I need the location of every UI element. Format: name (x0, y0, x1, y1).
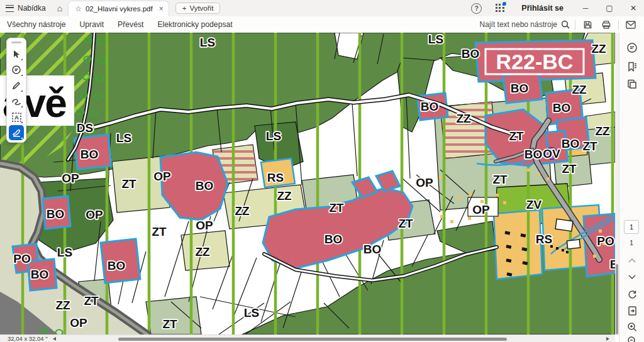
zone-label: OV (543, 147, 560, 160)
previous-page-button[interactable] (625, 253, 640, 268)
zoom-out-button[interactable] (625, 333, 640, 342)
next-page-button[interactable] (625, 269, 640, 284)
comments-panel-button[interactable] (625, 40, 640, 55)
menu-edit[interactable]: Upravit (73, 20, 111, 29)
help-icon: ? (471, 3, 482, 14)
bookmarks-icon (626, 61, 638, 72)
edit-tool-button[interactable] (9, 78, 24, 93)
zone-label: RS (536, 233, 552, 246)
draw-tool-button[interactable] (9, 94, 24, 109)
page-number-input[interactable]: 1 (624, 220, 639, 234)
find-search[interactable]: Najít text nebo nástroje (480, 20, 570, 29)
menu-convert[interactable]: Převést (111, 20, 150, 29)
plus-icon: + (182, 4, 187, 12)
create-button[interactable]: + Vytvořit (175, 3, 221, 14)
r22-bc-label: R22-BC (486, 49, 584, 74)
zone-label: ZT (84, 294, 99, 307)
zone-label: ZZ (595, 124, 610, 138)
home-icon: ⌂ (57, 3, 62, 13)
notification-dot (502, 2, 506, 6)
share-button[interactable] (624, 19, 638, 30)
fill-sign-tool-button[interactable] (9, 125, 24, 140)
menu-button[interactable]: Nabídka (0, 0, 52, 16)
zone-label: ZZ (55, 299, 70, 312)
zone-label: BO (80, 148, 99, 161)
zoom-in-icon (627, 322, 638, 333)
find-label: Najít text nebo nástroje (480, 20, 557, 29)
apps-grid-icon (496, 4, 504, 13)
title-bar-right: ? Přihlásit se ─ ▢ ✕ (465, 0, 644, 16)
zone-label: BO (31, 268, 49, 281)
zone-label: OP (86, 208, 103, 221)
star-icon[interactable]: ☆ (75, 4, 82, 13)
zone-label: ZT (582, 140, 597, 153)
zone-label: ZT (509, 130, 524, 143)
zone-label: ZZ (277, 189, 292, 202)
select-tool-button[interactable] (9, 47, 24, 62)
page-down-icon (628, 274, 636, 280)
divider (618, 20, 619, 30)
minimize-button[interactable]: ─ (575, 0, 596, 16)
print-button[interactable] (599, 19, 613, 30)
menu-esign[interactable]: Elektronicky podepsat (150, 20, 239, 29)
page-dimensions-label: 32,04 x 32,04 " (8, 335, 48, 342)
zone-label: BO (553, 101, 571, 114)
save-icon (583, 20, 592, 30)
menu-label: Nabídka (18, 4, 46, 13)
zoning-map[interactable]: avě R22-BC LSLSZZBOBOZZBOBOZZDSLSLSZTBOB… (0, 33, 615, 334)
help-button[interactable]: ? (465, 0, 487, 16)
mail-icon (626, 21, 636, 29)
window-close-button[interactable]: ✕ (623, 0, 644, 16)
document-tab[interactable]: ☆ 02_Hlavni vykres.pdf × (68, 1, 169, 17)
scroll-right-arrow[interactable] (606, 337, 609, 341)
signin-button[interactable]: Přihlásit se (513, 4, 572, 13)
vertical-scrollbar-thumb[interactable] (616, 264, 618, 334)
page-up-icon (628, 258, 636, 263)
scroll-left-arrow[interactable] (53, 337, 56, 341)
zone-label: BO (108, 259, 126, 272)
zone-label: ZT (492, 173, 508, 186)
bookmarks-panel-button[interactable] (625, 59, 640, 74)
menu-all-tools[interactable]: Všechny nástroje (0, 20, 73, 29)
horizontal-scrollbar-thumb[interactable] (118, 338, 507, 341)
comment-tool-button[interactable] (9, 62, 24, 77)
home-button[interactable]: ⌂ (52, 0, 68, 16)
zone-label: ZZ (572, 83, 587, 96)
zone-label: BO (525, 148, 543, 161)
zone-label: BO (47, 207, 65, 221)
zone-label: DS (77, 121, 93, 135)
pdf-page-canvas[interactable]: avě R22-BC LSLSZZBOBOZZBOBOZZDSLSLSZTBOB… (0, 33, 615, 334)
zone-label: ZT (562, 162, 577, 175)
maximize-button[interactable]: ▢ (599, 0, 620, 16)
zone-label: ZZ (195, 245, 210, 258)
zoom-in-button[interactable] (625, 319, 640, 334)
toolbar-drag-handle[interactable] (11, 41, 21, 43)
text-select-tool-button[interactable]: A (9, 109, 24, 124)
zone-label: OP (472, 203, 490, 216)
title-bar: Nabídka ⌂ ☆ 02_Hlavni vykres.pdf × + Vyt… (0, 0, 644, 17)
zone-label: BO (562, 137, 580, 150)
zone-label: ZV (526, 198, 542, 211)
divider (575, 20, 575, 30)
fit-page-icon (627, 306, 638, 316)
zone-label: BO (462, 47, 480, 60)
thumbnails-panel-button[interactable] (625, 77, 640, 92)
right-panel: 1 1 (619, 33, 644, 342)
tab-close-icon[interactable]: × (159, 4, 164, 13)
zone-label: OP (196, 219, 213, 232)
zone-label: PO (13, 252, 30, 265)
title-bar-left: Nabídka ⌂ ☆ 02_Hlavni vykres.pdf × + Vyt… (0, 0, 220, 16)
fit-page-button[interactable] (625, 303, 640, 318)
rotate-icon (627, 289, 638, 300)
text-select-icon: A (11, 112, 22, 123)
save-button[interactable] (580, 19, 594, 30)
zoom-out-icon (627, 336, 638, 342)
zone-label: ZT (121, 177, 136, 190)
apps-button[interactable] (490, 0, 510, 16)
zone-label: PO (597, 234, 614, 248)
page-thumbnails-icon (626, 79, 638, 90)
tools-menu-bar: Všechny nástroje Upravit Převést Elektro… (0, 16, 644, 33)
rotate-button[interactable] (625, 287, 640, 302)
zone-label: BO (196, 179, 214, 192)
zone-label: ZZ (591, 42, 606, 55)
